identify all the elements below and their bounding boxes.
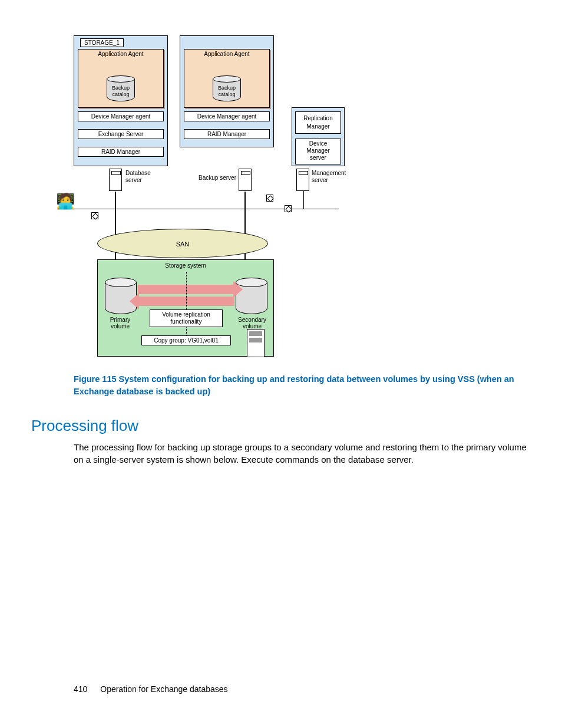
tape-library-icon <box>247 329 265 357</box>
device-manager-agent-box: Device Manager agent <box>78 111 164 121</box>
volume-replication-box: Volume replication functionality <box>150 309 223 327</box>
server-tower-icon <box>296 169 309 191</box>
san-ellipse: SAN <box>97 229 268 258</box>
primary-volume-label: Primary volume <box>103 317 138 330</box>
system-config-diagram: STORAGE_1 Application Agent Backup catal… <box>74 35 386 354</box>
application-agent-label-backup: Application Agent <box>204 51 249 57</box>
backup-server-stack: Application Agent Backup catalog Device … <box>180 35 274 147</box>
database-server-stack: STORAGE_1 Application Agent Backup catal… <box>74 35 168 166</box>
user-icon: 🧑‍💻 <box>56 193 75 209</box>
device-manager-server-box: Device Manager server <box>295 139 341 164</box>
application-agent-box: Application Agent Backup catalog <box>78 49 164 108</box>
backup-catalog-label: Backup catalog <box>107 85 135 98</box>
exchange-server-box: Exchange Server <box>78 129 164 139</box>
management-server-stack: Replication Manager Device Manager serve… <box>292 107 345 166</box>
network-line <box>74 209 339 209</box>
server-tower-icon <box>239 169 252 191</box>
secondary-volume-label: Secondary volume <box>233 317 271 330</box>
page-footer: 410 Operation for Exchange databases <box>74 684 228 694</box>
connector-line <box>303 191 304 209</box>
backup-catalog-cylinder-backup: Backup catalog <box>213 75 241 101</box>
document-page: STORAGE_1 Application Agent Backup catal… <box>0 0 562 728</box>
nic-icon <box>266 195 273 202</box>
copy-group-box: Copy group: VG01,vol01 <box>141 335 231 345</box>
storage-label: STORAGE_1 <box>80 38 124 47</box>
application-agent-label: Application Agent <box>98 51 143 57</box>
storage-system-label: Storage system <box>98 262 273 269</box>
page-number: 410 <box>74 684 87 694</box>
backup-server-label: Backup server <box>195 174 236 182</box>
body-paragraph: The processing flow for backing up stora… <box>74 441 532 466</box>
backup-catalog-label-backup: Backup catalog <box>213 85 241 98</box>
raid-manager-box-backup: RAID Manager <box>184 129 270 139</box>
footer-section-title: Operation for Exchange databases <box>100 684 227 694</box>
section-heading: Processing flow <box>31 417 138 435</box>
management-server-label: Management server <box>312 170 353 184</box>
backup-catalog-cylinder: Backup catalog <box>107 75 135 101</box>
figure-caption: Figure 115 System configuration for back… <box>74 373 515 398</box>
server-tower-icon <box>109 169 122 191</box>
raid-manager-box: RAID Manager <box>78 147 164 157</box>
application-agent-box-backup: Application Agent Backup catalog <box>184 49 270 108</box>
nic-icon <box>91 212 98 219</box>
device-manager-agent-box-backup: Device Manager agent <box>184 111 270 121</box>
replication-manager-box: Replication Manager <box>295 111 341 134</box>
database-server-label: Database server <box>125 170 161 184</box>
nic-icon <box>285 205 292 212</box>
